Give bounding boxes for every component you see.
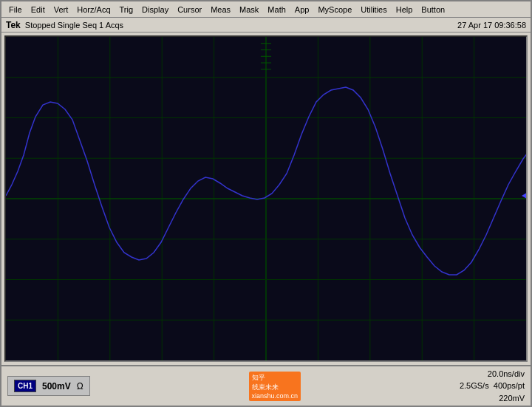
svg-rect-0 bbox=[6, 37, 526, 360]
menu-file[interactable]: File bbox=[4, 4, 27, 16]
impedance-symbol: Ω bbox=[77, 381, 83, 391]
trigger-level-arrow: ◄ bbox=[514, 193, 525, 205]
menu-edit[interactable]: Edit bbox=[27, 4, 50, 16]
menu-help[interactable]: Help bbox=[392, 4, 417, 16]
menu-utilities[interactable]: Utilities bbox=[356, 4, 391, 16]
oscilloscope-grid bbox=[6, 37, 526, 360]
voltage-per-div: 500mV bbox=[42, 381, 71, 391]
watermark-line2: 线束未来 bbox=[252, 383, 299, 392]
menu-myscope[interactable]: MyScope bbox=[313, 4, 356, 16]
watermark: 知乎 线束未来 xianshu.com.cn bbox=[249, 372, 301, 401]
menu-meas[interactable]: Meas bbox=[206, 4, 235, 16]
watermark-url: xianshu.com.cn bbox=[252, 392, 299, 400]
menu-cursor[interactable]: Cursor bbox=[173, 4, 206, 16]
menu-app[interactable]: App bbox=[290, 4, 314, 16]
trigger-position-marker bbox=[262, 43, 270, 49]
watermark-line1: 知乎 bbox=[252, 373, 299, 383]
datetime-display: 27 Apr 17 09:36:58 bbox=[457, 21, 526, 30]
menu-button[interactable]: Button bbox=[417, 4, 449, 16]
acquisition-status: Stopped Single Seq 1 Acqs bbox=[25, 21, 123, 30]
channel1-info: CH1 500mV Ω bbox=[7, 376, 90, 396]
ch1-badge: CH1 bbox=[14, 380, 36, 392]
tek-logo: Tek bbox=[6, 20, 21, 30]
scope-display[interactable]: 1 ◄ bbox=[4, 35, 528, 362]
menu-trig[interactable]: Trig bbox=[115, 4, 138, 16]
menu-bar: File Edit Vert Horz/Acq Trig Display Cur… bbox=[1, 1, 531, 18]
menu-display[interactable]: Display bbox=[137, 4, 173, 16]
menu-horzacq[interactable]: Horz/Acq bbox=[72, 4, 115, 16]
menu-mask[interactable]: Mask bbox=[235, 4, 263, 16]
status-bar: Tek Stopped Single Seq 1 Acqs 27 Apr 17 … bbox=[1, 18, 531, 33]
timebase-info: 20.0ns/div 2.5GS/s 400ps/pt 220mV bbox=[460, 368, 525, 405]
oscilloscope-app: File Edit Vert Horz/Acq Trig Display Cur… bbox=[0, 0, 532, 407]
voltage-div-value: 220mV bbox=[460, 392, 525, 405]
watermark-text: 知乎 线束未来 xianshu.com.cn bbox=[249, 372, 301, 401]
samplerate-value: 2.5GS/s 400ps/pt bbox=[460, 380, 525, 392]
timebase-value: 20.0ns/div bbox=[460, 368, 525, 380]
menu-math[interactable]: Math bbox=[263, 4, 290, 16]
menu-vert[interactable]: Vert bbox=[50, 4, 73, 16]
ch1-ground-marker: 1 bbox=[7, 195, 12, 203]
main-area: 1 ◄ bbox=[1, 33, 531, 365]
bottom-info-panel: CH1 500mV Ω 知乎 线束未来 xianshu.com.cn 20.0n… bbox=[1, 365, 531, 406]
waveform-line bbox=[6, 87, 526, 275]
